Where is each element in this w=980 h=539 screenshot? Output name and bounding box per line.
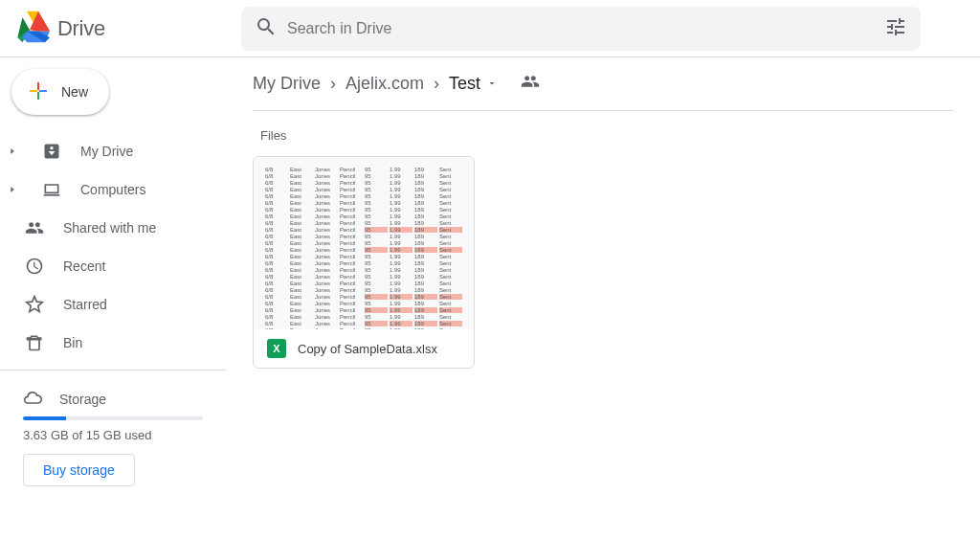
breadcrumb-item[interactable]: My Drive bbox=[253, 74, 321, 94]
drive-logo-icon bbox=[15, 10, 50, 47]
new-button-label: New bbox=[61, 84, 88, 100]
nav-starred[interactable]: Starred bbox=[0, 285, 226, 324]
nav-label: Recent bbox=[63, 258, 105, 274]
app-name: Drive bbox=[57, 16, 105, 41]
breadcrumb-item-current[interactable]: Test bbox=[449, 74, 498, 94]
buy-storage-button[interactable]: Buy storage bbox=[23, 454, 135, 486]
section-label: Files bbox=[260, 128, 953, 143]
share-icon[interactable] bbox=[521, 72, 540, 96]
search-bar[interactable] bbox=[241, 7, 921, 51]
chevron-right-icon bbox=[8, 144, 23, 159]
cloud-icon bbox=[23, 389, 42, 411]
nav-computers[interactable]: Computers bbox=[0, 170, 226, 209]
computers-icon bbox=[40, 180, 63, 199]
breadcrumb: My Drive › Ajelix.com › Test bbox=[253, 73, 953, 111]
chevron-right-icon: › bbox=[434, 74, 439, 94]
star-icon bbox=[23, 295, 46, 314]
storage-bar bbox=[23, 416, 203, 420]
search-input[interactable] bbox=[287, 20, 875, 37]
trash-icon bbox=[23, 333, 46, 352]
people-icon bbox=[23, 218, 46, 237]
chevron-right-icon: › bbox=[330, 74, 336, 94]
nav-label: My Drive bbox=[80, 144, 133, 159]
nav-label: Shared with me bbox=[63, 220, 156, 236]
clock-icon bbox=[23, 257, 46, 276]
my-drive-icon bbox=[40, 142, 63, 161]
chevron-right-icon bbox=[8, 182, 23, 197]
nav-label: Starred bbox=[63, 297, 107, 312]
search-options-icon[interactable] bbox=[884, 15, 907, 41]
file-card[interactable]: 6/8EastJonesPencil951.99189Sent6/8EastJo… bbox=[253, 156, 475, 369]
dropdown-icon bbox=[486, 74, 498, 94]
storage-used-text: 3.63 GB of 15 GB used bbox=[23, 428, 203, 442]
nav-bin[interactable]: Bin bbox=[0, 324, 226, 362]
nav-storage[interactable]: Storage bbox=[23, 382, 203, 416]
search-icon bbox=[255, 15, 278, 41]
divider bbox=[0, 370, 226, 371]
plus-icon bbox=[27, 79, 50, 105]
xlsx-icon: X bbox=[267, 339, 286, 358]
nav-label: Computers bbox=[80, 182, 145, 197]
nav-label: Bin bbox=[63, 335, 82, 350]
file-thumbnail: 6/8EastJonesPencil951.99189Sent6/8EastJo… bbox=[254, 157, 474, 329]
nav-recent[interactable]: Recent bbox=[0, 247, 226, 285]
nav-label: Storage bbox=[59, 392, 106, 407]
nav-shared[interactable]: Shared with me bbox=[0, 209, 226, 247]
nav-my-drive[interactable]: My Drive bbox=[0, 132, 226, 170]
file-name: Copy of SampleData.xlsx bbox=[298, 342, 437, 356]
breadcrumb-item[interactable]: Ajelix.com bbox=[345, 74, 424, 94]
new-button[interactable]: New bbox=[11, 69, 109, 115]
